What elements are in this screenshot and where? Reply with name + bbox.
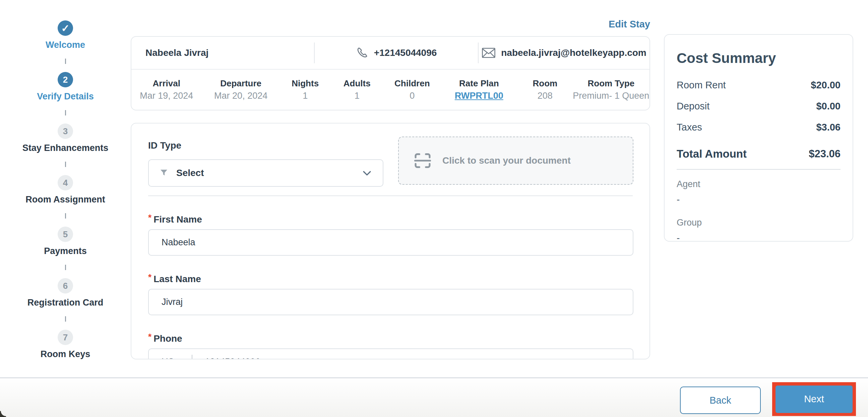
stay-field-children: Children 0 <box>384 78 441 102</box>
first-name-label: *First Name <box>148 212 202 225</box>
rate-plan-link[interactable]: RWPRTL00 <box>455 89 503 102</box>
stepper-step-registration-card[interactable]: 6 Registration Card <box>28 278 103 308</box>
group-value: - <box>677 233 840 243</box>
total-value: $23.06 <box>809 148 840 160</box>
cost-label: Taxes <box>677 122 702 133</box>
guest-email-segment: nabeela.jivraj@hotelkeyapp.com <box>478 37 650 69</box>
cost-label: Deposit <box>677 101 710 112</box>
stay-field-nights: Nights 1 <box>280 78 331 102</box>
phone-input[interactable]: US +12145044096 <box>148 348 633 359</box>
field-value: Mar 20, 2024 <box>214 89 268 102</box>
stay-field-rate-plan: Rate Plan RWPRTL00 <box>441 78 518 102</box>
total-label: Total Amount <box>677 148 747 160</box>
scan-icon <box>413 151 432 170</box>
edit-stay-link[interactable]: Edit Stay <box>609 19 650 30</box>
stepper-step-stay-enhancements[interactable]: 3 Stay Enhancements <box>23 124 108 153</box>
guest-name-segment: Nabeela Jivraj <box>131 37 314 69</box>
field-label: Rate Plan <box>459 78 499 89</box>
stepper-connector <box>65 265 66 270</box>
click-target-annotation: Next <box>772 382 856 416</box>
phone-number-value: +12145044096 <box>200 357 260 359</box>
stepper-connector <box>65 162 66 167</box>
stepper-step-welcome[interactable]: ✓ Welcome <box>45 21 85 50</box>
phone-country-code[interactable]: US <box>161 357 174 359</box>
field-value: Premium- 1 Queen <box>573 89 649 102</box>
check-icon: ✓ <box>58 21 73 36</box>
label-text: Last Name <box>154 274 201 284</box>
input-divider <box>192 355 192 359</box>
id-type-label: ID Type <box>148 140 181 151</box>
stepper-step-room-assignment[interactable]: 4 Room Assignment <box>26 175 105 205</box>
cost-value: $3.06 <box>816 122 840 133</box>
guest-phone: +12145044096 <box>374 47 437 58</box>
step-number: 4 <box>58 175 73 190</box>
step-number: 6 <box>58 278 73 293</box>
agent-value: - <box>677 194 840 205</box>
field-label: Room Type <box>588 78 634 89</box>
step-number: 7 <box>58 329 73 345</box>
stepper-step-verify-details[interactable]: 2 Verify Details <box>37 72 94 102</box>
field-value: 208 <box>537 89 553 102</box>
guest-summary-card: Nabeela Jivraj +12145044096 nabeela.jivr… <box>131 36 650 110</box>
step-label: Payments <box>44 245 87 257</box>
group-label: Group <box>677 217 840 228</box>
required-asterisk: * <box>148 332 152 342</box>
label-text: Phone <box>154 333 182 344</box>
stay-field-room: Room 208 <box>518 78 573 102</box>
cost-divider <box>677 169 840 170</box>
id-type-select[interactable]: Select <box>148 159 383 187</box>
field-label: Departure <box>220 78 261 89</box>
field-value: Mar 19, 2024 <box>140 89 193 102</box>
stepper-connector <box>65 213 66 218</box>
wizard-footer: Back Next <box>0 378 868 417</box>
stay-field-departure: Departure Mar 20, 2024 <box>202 78 280 102</box>
field-label: Adults <box>343 78 371 89</box>
cost-row-deposit: Deposit $0.00 <box>677 101 840 112</box>
field-value: 1 <box>303 89 308 102</box>
last-name-input[interactable] <box>148 289 633 315</box>
cost-row-room-rent: Room Rent $20.00 <box>677 80 840 91</box>
step-label: Welcome <box>45 39 85 50</box>
section-divider <box>148 196 633 196</box>
field-label: Children <box>395 78 430 89</box>
guest-name: Nabeela Jivraj <box>146 47 209 58</box>
required-asterisk: * <box>148 212 152 222</box>
cost-summary-title: Cost Summary <box>677 50 840 66</box>
step-number: 3 <box>58 124 73 139</box>
cost-summary-panel: Cost Summary Room Rent $20.00 Deposit $0… <box>664 34 853 242</box>
guest-phone-segment: +12145044096 <box>315 37 478 69</box>
stay-field-adults: Adults 1 <box>330 78 384 102</box>
step-number: 5 <box>58 227 73 242</box>
step-label: Room Assignment <box>26 194 105 205</box>
step-label: Verify Details <box>37 91 94 102</box>
field-value: 0 <box>409 89 414 102</box>
step-number: 2 <box>58 72 73 88</box>
stepper-step-payments[interactable]: 5 Payments <box>44 227 87 257</box>
field-value: 1 <box>354 89 360 102</box>
step-label: Room Keys <box>40 348 91 360</box>
next-button[interactable]: Next <box>775 386 852 413</box>
guest-email: nabeela.jivraj@hotelkeyapp.com <box>501 47 646 58</box>
field-label: Arrival <box>153 78 180 89</box>
cost-row-taxes: Taxes $3.06 <box>677 122 840 133</box>
cost-label: Room Rent <box>677 80 726 91</box>
id-type-selected-value: Select <box>176 168 204 178</box>
first-name-input[interactable] <box>148 229 633 256</box>
label-text: ID Type <box>148 140 181 150</box>
stepper-connector <box>65 316 66 322</box>
scan-document-button[interactable]: Click to scan your document <box>398 137 633 185</box>
chevron-down-icon <box>361 167 373 179</box>
label-text: First Name <box>154 214 202 224</box>
stepper-step-room-keys[interactable]: 7 Room Keys <box>40 329 91 360</box>
scan-prompt-text: Click to scan your document <box>442 155 571 166</box>
stay-details-row: Arrival Mar 19, 2024 Departure Mar 20, 2… <box>131 70 650 110</box>
window-corner-artifact <box>0 411 6 417</box>
cost-value: $20.00 <box>811 80 840 91</box>
back-button[interactable]: Back <box>680 387 761 414</box>
stepper-connector <box>65 110 66 115</box>
stay-field-arrival: Arrival Mar 19, 2024 <box>131 78 202 102</box>
stay-field-room-type: Room Type Premium- 1 Queen <box>573 78 650 102</box>
step-label: Stay Enhancements <box>23 142 108 153</box>
phone-icon <box>356 46 369 59</box>
filter-icon <box>159 168 169 178</box>
